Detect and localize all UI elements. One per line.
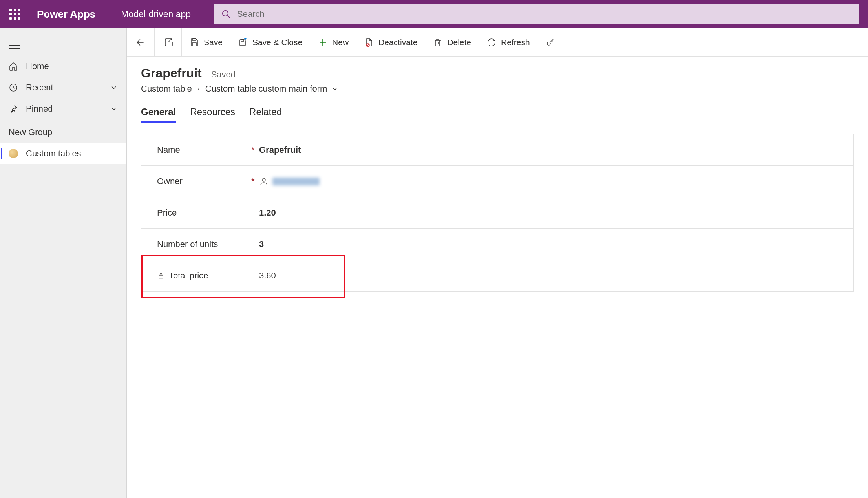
field-label: Total price — [157, 271, 251, 281]
nav-label: Custom tables — [26, 148, 81, 159]
plus-icon — [318, 38, 327, 47]
header-divider — [108, 7, 108, 21]
clock-icon — [9, 83, 18, 92]
nav-label: Home — [26, 61, 49, 71]
content-area: Save Save & Close New Deactivate Delete … — [127, 28, 868, 498]
refresh-icon — [487, 38, 496, 47]
hamburger-icon[interactable] — [9, 42, 20, 49]
app-header: Power Apps Model-driven app — [0, 0, 868, 28]
command-bar: Save Save & Close New Deactivate Delete … — [127, 28, 868, 57]
field-label: Owner — [157, 176, 251, 187]
entity-icon — [9, 149, 18, 158]
form-picker[interactable]: Custom table custom main form — [205, 84, 339, 94]
field-label: Price — [157, 208, 251, 218]
svg-point-0 — [223, 11, 228, 16]
form-area: Name * Grapefruit Owner * Price 1.20 — [127, 123, 868, 303]
person-icon — [259, 177, 269, 186]
refresh-button[interactable]: Refresh — [479, 28, 538, 56]
field-value — [259, 177, 320, 186]
nav-group-label: New Group — [0, 119, 126, 143]
lock-icon — [157, 272, 165, 280]
owner-value-redacted — [272, 178, 320, 185]
tabs: General Resources Related — [127, 94, 868, 123]
save-close-button[interactable]: Save & Close — [230, 28, 310, 56]
pin-icon — [9, 104, 18, 114]
tab-resources[interactable]: Resources — [190, 106, 235, 123]
trash-icon — [433, 38, 442, 47]
save-icon — [190, 38, 199, 47]
nav-recent[interactable]: Recent — [0, 77, 126, 98]
svg-rect-9 — [159, 275, 163, 278]
field-price[interactable]: Price 1.20 — [141, 197, 853, 229]
sidebar: Home Recent Pinned New Group Custom tabl… — [0, 28, 127, 498]
svg-point-7 — [547, 42, 550, 45]
button-label: Save & Close — [252, 38, 302, 47]
record-header: Grapefruit - Saved Custom table · Custom… — [127, 57, 868, 94]
save-state: - Saved — [206, 70, 236, 79]
svg-rect-4 — [192, 43, 196, 46]
search-icon — [221, 9, 231, 19]
brand-label: Power Apps — [37, 8, 95, 20]
key-icon — [546, 38, 555, 47]
required-indicator: * — [251, 145, 259, 155]
field-value: 3.60 — [259, 271, 276, 281]
field-label: Number of units — [157, 239, 251, 249]
required-indicator: * — [251, 176, 259, 187]
field-owner[interactable]: Owner * — [141, 166, 853, 197]
tab-related[interactable]: Related — [249, 106, 282, 123]
search-box[interactable] — [214, 4, 859, 24]
button-label: Save — [204, 38, 223, 47]
check-access-button[interactable] — [538, 28, 557, 56]
new-button[interactable]: New — [310, 28, 356, 56]
entity-name: Custom table — [141, 84, 192, 94]
button-label: New — [332, 38, 349, 47]
button-label: Delete — [447, 38, 471, 47]
chevron-down-icon — [110, 105, 118, 113]
nav-label: Recent — [26, 82, 53, 93]
record-title: Grapefruit — [141, 66, 202, 80]
back-button[interactable] — [127, 28, 155, 56]
separator-dot: · — [197, 84, 200, 94]
field-value: 3 — [259, 239, 264, 249]
field-value: Grapefruit — [259, 145, 301, 155]
deactivate-icon — [364, 38, 374, 47]
nav-pinned[interactable]: Pinned — [0, 98, 126, 119]
home-icon — [9, 62, 18, 71]
svg-point-8 — [262, 178, 265, 181]
popout-icon — [163, 38, 173, 47]
field-value: 1.20 — [259, 208, 276, 218]
svg-line-1 — [228, 16, 230, 18]
svg-rect-3 — [193, 39, 196, 41]
delete-button[interactable]: Delete — [425, 28, 479, 56]
field-name[interactable]: Name * Grapefruit — [141, 134, 853, 166]
save-button[interactable]: Save — [182, 28, 230, 56]
form-container: Name * Grapefruit Owner * Price 1.20 — [141, 134, 854, 292]
waffle-icon[interactable] — [9, 9, 20, 20]
button-label: Deactivate — [378, 38, 417, 47]
nav-home[interactable]: Home — [0, 56, 126, 77]
app-name[interactable]: Model-driven app — [121, 9, 191, 20]
search-input[interactable] — [237, 9, 851, 19]
field-total-price: Total price 3.60 — [141, 260, 853, 291]
nav-label: Pinned — [26, 104, 53, 114]
tab-general[interactable]: General — [141, 106, 176, 123]
chevron-down-icon — [331, 85, 339, 93]
nav-custom-tables[interactable]: Custom tables — [0, 143, 126, 164]
form-name: Custom table custom main form — [205, 84, 327, 94]
open-new-window-button[interactable] — [155, 28, 182, 56]
arrow-left-icon — [135, 37, 146, 48]
field-units[interactable]: Number of units 3 — [141, 229, 853, 260]
chevron-down-icon — [110, 84, 118, 92]
svg-rect-5 — [241, 40, 244, 41]
save-close-icon — [238, 38, 248, 47]
button-label: Refresh — [501, 38, 530, 47]
field-label: Name — [157, 145, 251, 155]
deactivate-button[interactable]: Deactivate — [356, 28, 425, 56]
